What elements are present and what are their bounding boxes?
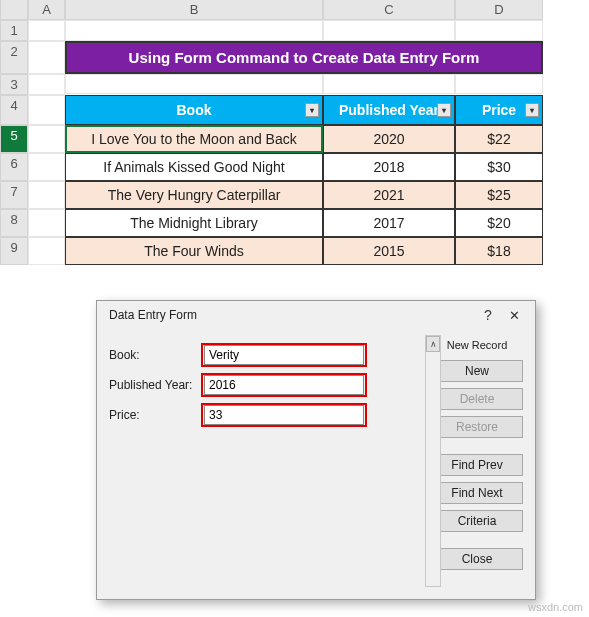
find-prev-button[interactable]: Find Prev	[431, 454, 523, 476]
cell[interactable]	[28, 125, 65, 153]
table-header-label: Book	[177, 102, 212, 118]
form-fields: Book: Published Year: Price:	[109, 337, 423, 573]
dialog-scrollbar[interactable]: ∧	[425, 335, 441, 587]
cell[interactable]	[28, 20, 65, 41]
cell[interactable]	[323, 20, 455, 41]
cell[interactable]	[65, 20, 323, 41]
cell[interactable]	[323, 74, 455, 94]
table-cell-year[interactable]: 2021	[323, 181, 455, 209]
data-entry-form-dialog: Data Entry Form ? ✕ Book: Published Year…	[96, 300, 536, 600]
price-input[interactable]	[204, 405, 364, 425]
table-cell-book[interactable]: The Very Hungry Caterpillar	[65, 181, 323, 209]
highlight-box	[201, 403, 367, 427]
table-cell-year[interactable]: 2020	[323, 125, 455, 153]
delete-button: Delete	[431, 388, 523, 410]
row-header[interactable]: 2	[0, 41, 28, 74]
spreadsheet-grid: A B C D 1 2 Using Form Command to Create…	[0, 0, 589, 265]
cell[interactable]	[28, 209, 65, 237]
row-header[interactable]: 6	[0, 153, 28, 181]
table-cell-year[interactable]: 2017	[323, 209, 455, 237]
cell[interactable]	[28, 153, 65, 181]
cell[interactable]	[65, 74, 323, 94]
col-header-d[interactable]: D	[455, 0, 543, 20]
find-next-button[interactable]: Find Next	[431, 482, 523, 504]
table-cell-price[interactable]: $20	[455, 209, 543, 237]
table-header-year[interactable]: Published Year ▾	[323, 95, 455, 125]
table-cell-year[interactable]: 2015	[323, 237, 455, 265]
table-cell-book[interactable]: The Four Winds	[65, 237, 323, 265]
cell[interactable]	[28, 95, 65, 125]
close-icon[interactable]: ✕	[501, 308, 527, 323]
cell[interactable]	[455, 74, 543, 94]
col-header-c[interactable]: C	[323, 0, 455, 20]
cell[interactable]	[28, 41, 65, 74]
table-cell-book[interactable]: I Love You to the Moon and Back	[65, 125, 323, 153]
highlight-box	[201, 343, 367, 367]
cell[interactable]	[28, 237, 65, 265]
table-cell-book[interactable]: The Midnight Library	[65, 209, 323, 237]
filter-dropdown-icon[interactable]: ▾	[437, 103, 451, 117]
book-label: Book:	[109, 348, 204, 362]
price-label: Price:	[109, 408, 204, 422]
watermark: wsxdn.com	[528, 601, 583, 613]
table-header-book[interactable]: Book ▾	[65, 95, 323, 125]
table-header-label: Price	[482, 102, 516, 118]
table-cell-price[interactable]: $22	[455, 125, 543, 153]
col-header-b[interactable]: B	[65, 0, 323, 20]
scroll-up-icon[interactable]: ∧	[426, 336, 440, 352]
dialog-title: Data Entry Form	[109, 308, 475, 322]
dialog-titlebar[interactable]: Data Entry Form ? ✕	[97, 301, 535, 329]
col-header-a[interactable]: A	[28, 0, 65, 20]
cell[interactable]	[455, 20, 543, 41]
table-header-price[interactable]: Price ▾	[455, 95, 543, 125]
highlight-box	[201, 373, 367, 397]
row-header[interactable]: 3	[0, 74, 28, 95]
record-status: New Record	[431, 339, 523, 351]
book-input[interactable]	[204, 345, 364, 365]
table-cell-book[interactable]: If Animals Kissed Good Night	[65, 153, 323, 181]
criteria-button[interactable]: Criteria	[431, 510, 523, 532]
table-cell-price[interactable]: $30	[455, 153, 543, 181]
table-cell-price[interactable]: $18	[455, 237, 543, 265]
table-cell-price[interactable]: $25	[455, 181, 543, 209]
corner-cell[interactable]	[0, 0, 28, 20]
cell[interactable]	[28, 74, 65, 95]
restore-button: Restore	[431, 416, 523, 438]
year-input[interactable]	[204, 375, 364, 395]
close-button[interactable]: Close	[431, 548, 523, 570]
row-header[interactable]: 5	[0, 125, 28, 153]
page-title: Using Form Command to Create Data Entry …	[65, 41, 543, 74]
table-cell-year[interactable]: 2018	[323, 153, 455, 181]
row-header[interactable]: 4	[0, 95, 28, 125]
filter-dropdown-icon[interactable]: ▾	[525, 103, 539, 117]
year-label: Published Year:	[109, 378, 204, 392]
row-header[interactable]: 7	[0, 181, 28, 209]
row-header[interactable]: 8	[0, 209, 28, 237]
filter-dropdown-icon[interactable]: ▾	[305, 103, 319, 117]
help-icon[interactable]: ?	[475, 307, 501, 323]
new-button[interactable]: New	[431, 360, 523, 382]
row-header[interactable]: 9	[0, 237, 28, 265]
cell[interactable]	[28, 181, 65, 209]
table-header-label: Published Year	[339, 102, 439, 118]
row-header[interactable]: 1	[0, 20, 28, 41]
